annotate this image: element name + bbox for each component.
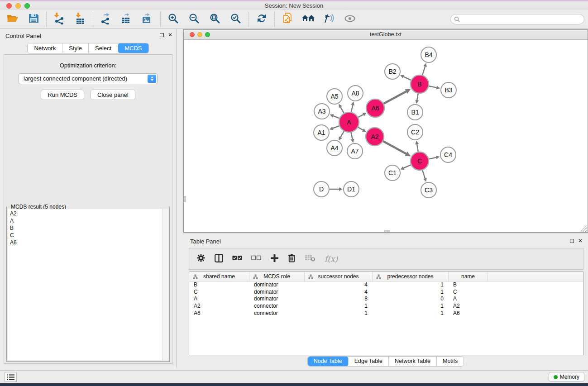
memory-button[interactable]: Memory [549, 372, 584, 382]
graph-node-label: A2 [371, 133, 378, 140]
mcds-result-fieldset: MCDS result (5 nodes) A2ABCA6 [6, 207, 170, 362]
clone-network-button[interactable] [280, 13, 295, 26]
mcds-result-item[interactable]: A2 [10, 210, 160, 217]
graph-edge-A-A2[interactable] [358, 127, 363, 130]
graph-edge-A-A1[interactable] [333, 126, 339, 128]
table-cell: dominator [249, 281, 305, 289]
home-button[interactable] [301, 13, 316, 26]
table-row[interactable]: Cdominator41C [189, 289, 583, 296]
network-graph: B4B2BB3A8A5A6A3B1AC2A1A2A4A7C4CC1C3DD1 [184, 40, 588, 232]
export-network-button[interactable] [99, 13, 113, 26]
graph-edge-A-A3[interactable] [333, 116, 339, 118]
column-header-label: successor nodes [318, 273, 359, 280]
column-header-MCDS-role[interactable]: MCDS role [249, 272, 305, 281]
network-zoom-button[interactable] [205, 32, 210, 37]
close-window-button[interactable] [6, 3, 12, 9]
export-image-icon [142, 13, 153, 26]
task-history-button[interactable] [5, 372, 17, 382]
table-row[interactable]: Bdominator41B [189, 281, 583, 289]
graph-edge-A-A7[interactable] [351, 133, 353, 139]
graph-edge-A2-C[interactable] [383, 141, 406, 154]
graph-edge-C-C4[interactable] [429, 157, 436, 159]
float-table-panel-icon[interactable] [570, 239, 574, 243]
graph-edge-A-A5[interactable] [340, 107, 344, 113]
table-row[interactable]: A2connector11A2 [189, 303, 583, 310]
network-minimize-button[interactable] [197, 32, 202, 37]
tab-node-table[interactable]: Node Table [308, 357, 349, 366]
save-session-button[interactable] [26, 13, 41, 26]
network-window-titlebar[interactable]: testGlobe.txt [184, 30, 588, 40]
export-table-button[interactable] [120, 13, 134, 26]
tab-edge-table[interactable]: Edge Table [349, 357, 389, 366]
tab-mcds[interactable]: MCDS [118, 43, 148, 53]
graph-edge-C-C3[interactable] [422, 170, 425, 178]
import-network-button[interactable] [52, 13, 67, 26]
deselect-all-rows-button[interactable] [251, 255, 261, 263]
mcds-result-item[interactable]: A [10, 217, 160, 224]
graph-edge-A6-B[interactable] [383, 91, 406, 104]
close-panel-button[interactable]: Close panel [91, 90, 135, 100]
control-panel-tabbar: Network Style Select MCDS [27, 43, 148, 53]
tab-select[interactable]: Select [89, 43, 118, 53]
network-vertical-scrollbar[interactable] [184, 196, 186, 202]
eye-icon [344, 14, 356, 24]
graph-edge-B-B4[interactable] [422, 67, 425, 75]
minimize-window-button[interactable] [15, 3, 21, 9]
network-horizontal-scrollbar[interactable] [384, 230, 390, 232]
float-panel-icon[interactable] [160, 33, 164, 37]
run-mcds-button[interactable]: Run MCDS [41, 90, 84, 100]
zoom-selected-button[interactable] [229, 13, 243, 26]
search-input[interactable] [450, 14, 584, 24]
open-session-button[interactable] [5, 13, 20, 26]
mcds-result-item[interactable]: C [10, 232, 160, 239]
graph-edge-A-A6[interactable] [358, 114, 363, 117]
graph-edge-B-B2[interactable] [403, 76, 411, 80]
zoom-fit-icon [210, 13, 220, 26]
table-settings-button[interactable] [196, 253, 206, 264]
optimization-criterion-select[interactable]: largest connected component (directed) [19, 73, 158, 84]
column-header-successor-nodes[interactable]: successor nodes [305, 272, 373, 281]
apply-function-button[interactable]: f(x) [325, 254, 338, 263]
window-resize-grip[interactable] [581, 225, 587, 232]
close-panel-icon[interactable]: ✕ [168, 33, 172, 38]
select-all-rows-button[interactable] [232, 255, 242, 263]
show-details-button[interactable] [343, 13, 357, 26]
delete-button[interactable] [288, 253, 296, 264]
graph-edge-B-B1[interactable] [417, 94, 418, 100]
graph-edge-C-C2[interactable] [417, 144, 418, 152]
tab-motifs[interactable]: Motifs [437, 357, 464, 366]
table-row[interactable]: A6connector11A6 [189, 310, 583, 317]
column-header-predecessor-nodes[interactable]: predecessor nodes [373, 272, 449, 281]
column-header-shared-name[interactable]: shared name [189, 272, 249, 281]
zoom-out-button[interactable] [187, 13, 201, 26]
mcds-result-item[interactable]: A6 [10, 239, 160, 246]
tab-style[interactable]: Style [62, 43, 89, 53]
graph-edge-C-C1[interactable] [404, 165, 411, 168]
graph-edge-A-A8[interactable] [351, 105, 353, 112]
graph-edge-arrowhead [436, 156, 440, 159]
hide-details-button[interactable] [322, 13, 336, 26]
add-column-button[interactable] [270, 254, 279, 264]
zoom-fit-button[interactable] [208, 13, 222, 26]
node-table: shared nameMCDS rolesuccessor nodesprede… [189, 272, 583, 355]
tab-network-table[interactable]: Network Table [389, 357, 437, 366]
column-type-icon [193, 274, 198, 279]
split-column-button[interactable] [215, 254, 223, 264]
delete-column-button[interactable] [305, 254, 316, 264]
network-close-button[interactable] [190, 32, 195, 37]
graph-edge-A-A4[interactable] [340, 131, 344, 137]
graph-edge-B-B3[interactable] [429, 86, 437, 87]
table-row[interactable]: Adominator80A [189, 295, 583, 303]
tab-network[interactable]: Network [28, 43, 62, 53]
export-image-button[interactable] [140, 13, 155, 26]
graph-node-label: D1 [347, 186, 355, 193]
column-header-name[interactable]: name [449, 272, 488, 281]
mcds-result-scrollbar[interactable] [163, 209, 168, 360]
zoom-window-button[interactable] [24, 3, 30, 9]
import-table-button[interactable] [73, 13, 87, 26]
zoom-in-button[interactable] [166, 13, 181, 26]
mcds-result-item[interactable]: B [10, 224, 160, 232]
network-canvas[interactable]: B4B2BB3A8A5A6A3B1AC2A1A2A4A7C4CC1C3DD1 [184, 40, 588, 232]
close-table-panel-icon[interactable]: ✕ [578, 238, 583, 243]
refresh-view-button[interactable] [254, 13, 269, 26]
